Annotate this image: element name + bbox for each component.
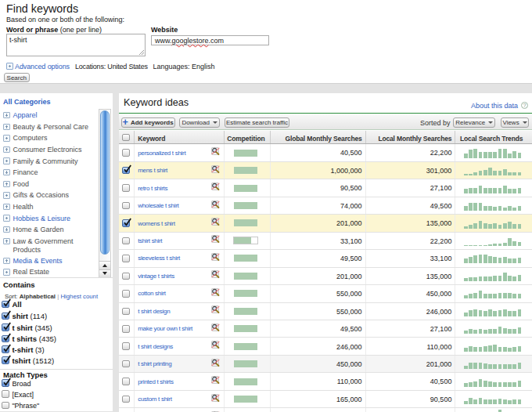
svg-text:?: ?: [523, 103, 526, 108]
